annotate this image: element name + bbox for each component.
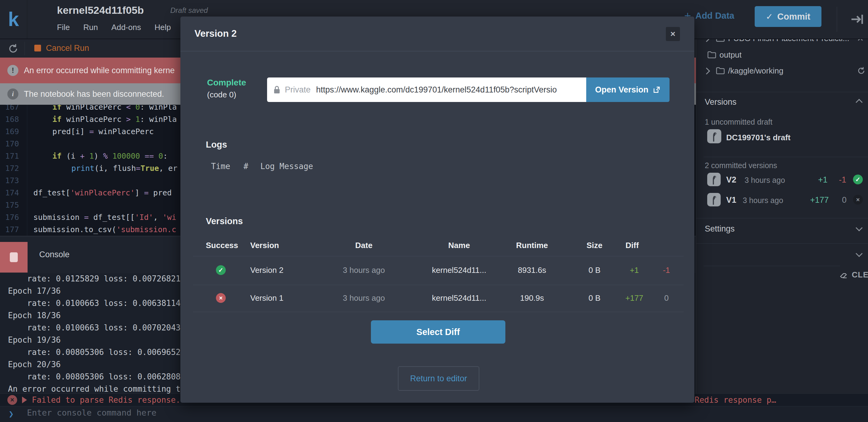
kaggle-logo-cell[interactable]: k [0,0,27,39]
close-button[interactable]: × [666,27,680,41]
notebook-title: kernel524d11f05b [57,4,144,16]
sidebar-settings-heading[interactable]: Settings [705,224,735,234]
line-number: 175 [0,199,19,211]
table-row[interactable]: ×Version 13 hours agokernel524d11...190.… [180,285,694,312]
menu-add-ons[interactable]: Add-ons [112,23,141,32]
code-text: print(i, flush=True, er [27,162,177,174]
menu-help[interactable]: Help [154,23,170,32]
lock-icon [273,86,281,94]
version-url-input[interactable] [315,85,577,95]
return-to-editor-label: Return to editor [410,374,467,383]
error-banner-text: An error occurred while committing kerne [24,66,175,75]
code-text: df_test['winPlacePerc'] = pred [27,187,172,199]
line-number: 167 [0,105,19,113]
cancel-run-stop-icon [34,45,41,52]
cell-date: 3 hours ago [343,265,385,275]
folder-icon [707,51,716,59]
lines-removed: 0 [842,195,846,205]
cell-version: Version 1 [250,293,283,303]
cell-lines-removed: 0 [664,293,669,303]
chevron-down-icon[interactable] [856,250,863,257]
privacy-label: Private [285,85,311,95]
version-time: 3 hours ago [745,176,785,185]
sidebar-divider [696,244,868,244]
modal-title: Version 2 [194,28,237,39]
lines-removed: -1 [839,175,846,185]
sidebar-divider [704,266,840,266]
draft-summary: 1 uncommitted draft [705,118,772,127]
commit-button[interactable]: ✓ Commit [755,6,822,27]
table-header-size: Size [587,241,602,250]
gutter [19,224,27,236]
commit-label: Commit [777,12,810,22]
line-number: 170 [0,138,19,150]
code-text: if winPlacePerc < 0: winPla [27,105,177,113]
sidebar-divider [696,92,868,92]
return-to-editor-button[interactable]: Return to editor [398,366,479,391]
cell-runtime: 8931.6s [518,265,547,275]
cell-date: 3 hours ago [343,293,385,303]
gutter [19,126,27,138]
draft-name[interactable]: DC199701's draft [726,133,790,142]
cell-size: 0 B [588,293,600,303]
version-modal: Version 2 × Complete (code 0) Private Op… [180,17,694,403]
code-text: submission.to_csv('submission.c [27,224,177,236]
clear-console-button[interactable]: CLEAR [839,270,868,280]
expand-triangle-icon[interactable] [22,397,27,403]
console-title[interactable]: Console [39,250,69,259]
sidebar-versions-heading[interactable]: Versions [705,97,737,107]
select-diff-button[interactable]: Select Diff [371,320,505,344]
status-exit-code: (code 0) [207,90,236,100]
table-header-runtime: Runtime [516,241,548,250]
sidebar-item--kaggle-working[interactable]: /kaggle/working [696,62,868,78]
cell-version: Version 2 [250,265,283,275]
draft-avatar [707,129,721,143]
console-command-input[interactable] [26,408,395,418]
cancel-run-button[interactable]: Cancel Run [46,43,89,53]
draft-status: Draft saved [170,6,208,15]
chevron-down-icon[interactable] [856,225,863,231]
version-url-field[interactable]: Private [267,77,586,102]
line-number: 168 [0,113,19,126]
table-header-date: Date [355,241,372,250]
cell-name: kernel524d11... [432,293,486,303]
cell-lines-added: +177 [625,293,644,303]
logs-col-number: # [244,162,248,171]
error-circle-icon: × [7,395,17,405]
logs-col-time: Time [211,162,230,171]
restart-kernel-icon[interactable] [7,43,19,55]
version-label: V2 [726,175,736,185]
chevron-up-icon[interactable] [856,99,863,106]
menu-file[interactable]: File [57,23,70,32]
cell-runtime: 190.9s [520,293,544,303]
gutter [19,162,27,174]
modal-header: Version 2 × [180,17,694,52]
status-complete-label: Complete [207,78,246,88]
eraser-icon [839,271,848,279]
info-icon: i [7,89,19,100]
error-icon: ! [7,65,19,76]
stop-console-button[interactable] [0,242,28,272]
sidebar-divider [696,218,868,218]
line-number: 171 [0,150,19,162]
table-header-success: Success [206,241,238,250]
code-text: if (i + 1) % 100000 == 0: [27,150,167,162]
version-item-v1[interactable]: V13 hours ago+1770× [696,192,868,209]
table-row[interactable]: ✓Version 23 hours agokernel524d11...8931… [180,256,694,285]
refresh-icon[interactable] [857,66,866,75]
exit-fullscreen-icon[interactable] [849,12,864,26]
version-item-v2[interactable]: V23 hours ago+1-1✓ [696,172,868,189]
table-header-version: Version [250,241,279,250]
menu-run[interactable]: Run [83,23,98,32]
success-check-icon: ✓ [216,265,226,275]
table-divider [193,312,684,312]
open-version-button[interactable]: Open Version [586,77,670,102]
cell-name: kernel524d11... [432,265,486,275]
code-text: if winPlacePerc > 1: winPla [27,113,177,126]
chevron-right-icon[interactable] [703,68,710,75]
sidebar-item-output[interactable]: output [696,46,868,62]
menu-bar: FileRunAdd-onsHelp [57,23,171,32]
line-number: 172 [0,162,19,174]
console-prompt-row: ❯ [0,407,868,422]
code-text: submission = df_test[['Id', 'wi [27,211,177,224]
